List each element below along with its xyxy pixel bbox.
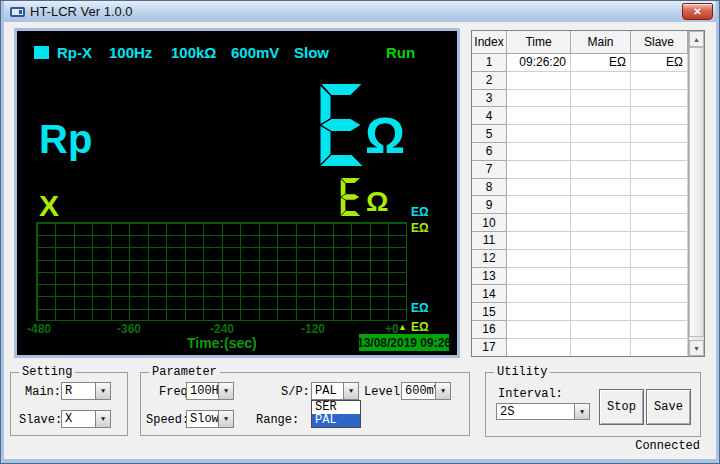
row-data-cell <box>571 285 631 303</box>
row-data-cell <box>631 179 688 197</box>
stop-button[interactable]: Stop <box>599 389 644 425</box>
chevron-down-icon[interactable]: ▼ <box>574 404 589 419</box>
row-data-cell: EΩ <box>571 54 631 72</box>
slave-combo[interactable]: X ▼ <box>61 410 111 428</box>
axis-tick: -360 <box>117 323 141 335</box>
row-data-cell: 09:26:20 <box>507 54 571 72</box>
row-index-cell: 14 <box>472 285 507 303</box>
speed-label: Speed: <box>146 414 189 426</box>
row-data-cell <box>507 196 571 214</box>
lcd-display: Rp-X 100Hz 100kΩ 600mV Slow Run Rp Ω X <box>14 28 460 358</box>
header-index: Index <box>472 31 507 54</box>
table-row[interactable]: 6 <box>472 143 704 161</box>
sp-combo[interactable]: PAL ▼ <box>311 382 359 400</box>
row-data-cell <box>507 321 571 339</box>
scrollbar-thumb[interactable] <box>689 47 704 337</box>
row-data-cell <box>631 321 688 339</box>
table-row[interactable]: 14 <box>472 285 704 303</box>
row-data-cell <box>571 90 631 108</box>
row-data-cell <box>631 161 688 179</box>
row-data-cell <box>571 214 631 232</box>
table-row[interactable]: 109:26:20EΩEΩ <box>472 54 704 72</box>
parameter-group: Parameter Freq: 100Hz ▼ S/P: PAL ▼ Level… <box>140 372 470 436</box>
interval-combo[interactable]: 2S ▼ <box>496 403 590 420</box>
row-data-cell <box>571 321 631 339</box>
row-data-cell <box>631 72 688 90</box>
chevron-down-icon[interactable]: ▼ <box>95 411 110 427</box>
row-index-cell: 3 <box>472 90 507 108</box>
save-button[interactable]: Save <box>646 389 691 425</box>
status-speed: Slow <box>294 44 329 61</box>
row-data-cell <box>507 303 571 321</box>
table-row[interactable]: 16 <box>472 321 704 339</box>
main-unit: Ω <box>365 111 405 161</box>
table-row[interactable]: 7 <box>472 161 704 179</box>
table-body: 109:26:20EΩEΩ234567891011121314151617 <box>472 54 704 357</box>
table-row[interactable]: 9 <box>472 196 704 214</box>
table-row[interactable]: 4 <box>472 107 704 125</box>
seven-segment-E-icon <box>318 82 365 168</box>
speed-combo[interactable]: Slow ▼ <box>186 410 234 428</box>
utility-group: Utility Interval: 2S ▼ Stop Save <box>485 372 701 437</box>
row-index-cell: 13 <box>472 268 507 286</box>
header-slave: Slave <box>631 31 688 54</box>
row-data-cell <box>631 143 688 161</box>
interval-label: Interval: <box>498 388 563 400</box>
chevron-down-icon[interactable]: ▼ <box>435 383 450 399</box>
table-row[interactable]: 3 <box>472 90 704 108</box>
status-mode: Rp-X <box>57 44 92 61</box>
row-data-cell <box>631 196 688 214</box>
dropdown-option-pal[interactable]: PAL <box>312 414 360 427</box>
main-combo[interactable]: R ▼ <box>61 382 111 400</box>
table-row[interactable]: 2 <box>472 72 704 90</box>
row-index-cell: 11 <box>472 232 507 250</box>
secondary-unit: Ω <box>366 188 388 216</box>
row-data-cell <box>507 285 571 303</box>
row-index-cell: 17 <box>472 339 507 357</box>
row-data-cell <box>571 339 631 357</box>
row-data-cell <box>631 214 688 232</box>
table-row[interactable]: 8 <box>472 179 704 197</box>
row-index-cell: 15 <box>472 303 507 321</box>
row-data-cell <box>571 232 631 250</box>
table-row[interactable]: 5 <box>472 125 704 143</box>
interval-combo-value: 2S <box>497 404 574 419</box>
row-data-cell <box>507 72 571 90</box>
level-combo-value: 600mV <box>402 383 435 399</box>
close-button[interactable]: ✕ <box>682 3 713 20</box>
row-index-cell: 6 <box>472 143 507 161</box>
secondary-parameter-label: X <box>39 191 59 221</box>
row-data-cell: EΩ <box>631 54 688 72</box>
status-level: 600mV <box>231 44 279 61</box>
row-data-cell <box>631 107 688 125</box>
table-row[interactable]: 17 <box>472 339 704 357</box>
table-row[interactable]: 11 <box>472 232 704 250</box>
main-label: Main: <box>25 386 61 398</box>
main-parameter-label: Rp <box>39 119 92 159</box>
chevron-down-icon[interactable]: ▼ <box>218 411 233 427</box>
row-data-cell <box>507 161 571 179</box>
table-row[interactable]: 13 <box>472 268 704 286</box>
table-row[interactable]: 15 <box>472 303 704 321</box>
table-scrollbar[interactable]: ▲ ▼ <box>688 31 704 356</box>
row-data-cell <box>507 107 571 125</box>
position-marker-icon: ▲ <box>398 323 407 332</box>
chevron-down-icon[interactable]: ▼ <box>218 383 233 399</box>
row-data-cell <box>507 232 571 250</box>
chevron-down-icon[interactable]: ▼ <box>343 383 358 399</box>
level-combo[interactable]: 600mV ▼ <box>401 382 451 400</box>
datetime-display: 13/08/2019 09:26 <box>359 334 449 351</box>
chart-grid <box>36 222 407 321</box>
header-time: Time <box>507 31 571 54</box>
row-data-cell <box>631 125 688 143</box>
scroll-up-icon[interactable]: ▲ <box>689 31 704 47</box>
table-row[interactable]: 12 <box>472 250 704 268</box>
chevron-down-icon[interactable]: ▼ <box>95 383 110 399</box>
scroll-down-icon[interactable]: ▼ <box>689 340 704 356</box>
row-data-cell <box>631 250 688 268</box>
table-row[interactable]: 10 <box>472 214 704 232</box>
table-header: Index Time Main Slave <box>472 31 704 54</box>
row-index-cell: 12 <box>472 250 507 268</box>
row-index-cell: 1 <box>472 54 507 72</box>
freq-combo[interactable]: 100Hz ▼ <box>186 382 234 400</box>
